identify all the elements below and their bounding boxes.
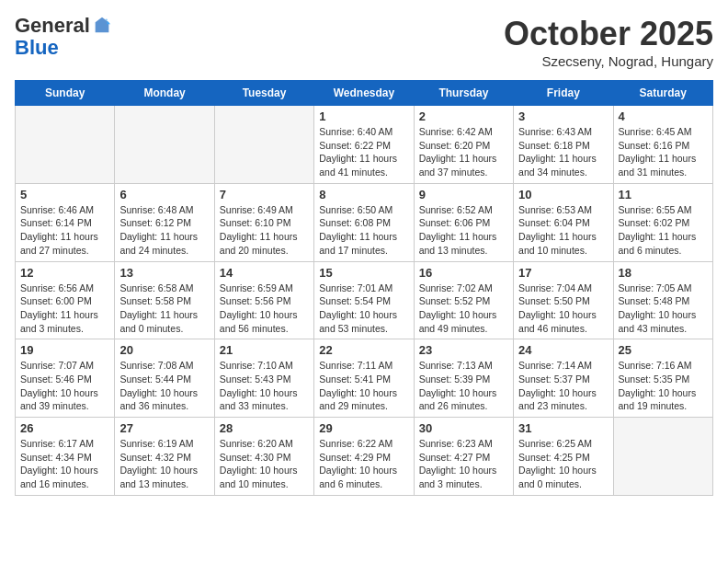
logo-blue-text: Blue (15, 37, 112, 59)
day-info: Sunrise: 6:58 AM Sunset: 5:58 PM Dayligh… (119, 282, 209, 336)
day-number: 15 (319, 266, 408, 280)
calendar-title: October 2025 (504, 15, 713, 53)
calendar-cell: 12Sunrise: 6:56 AM Sunset: 6:00 PM Dayli… (16, 261, 115, 339)
day-number: 25 (619, 343, 708, 357)
calendar-cell: 5Sunrise: 6:46 AM Sunset: 6:14 PM Daylig… (16, 183, 115, 261)
calendar-cell: 25Sunrise: 7:16 AM Sunset: 5:35 PM Dayli… (613, 339, 712, 418)
day-info: Sunrise: 7:13 AM Sunset: 5:39 PM Dayligh… (419, 359, 508, 413)
day-info: Sunrise: 6:23 AM Sunset: 4:27 PM Dayligh… (419, 437, 508, 491)
calendar-cell: 27Sunrise: 6:19 AM Sunset: 4:32 PM Dayli… (115, 418, 214, 496)
calendar-cell: 18Sunrise: 7:05 AM Sunset: 5:48 PM Dayli… (613, 261, 712, 339)
calendar-cell: 14Sunrise: 6:59 AM Sunset: 5:56 PM Dayli… (214, 261, 313, 339)
weekday-header-thursday: Thursday (414, 81, 513, 106)
calendar-cell: 21Sunrise: 7:10 AM Sunset: 5:43 PM Dayli… (214, 339, 313, 418)
day-info: Sunrise: 6:49 AM Sunset: 6:10 PM Dayligh… (220, 203, 309, 258)
day-info: Sunrise: 6:42 AM Sunset: 6:20 PM Dayligh… (419, 125, 508, 179)
day-info: Sunrise: 7:08 AM Sunset: 5:44 PM Dayligh… (119, 359, 209, 413)
day-number: 16 (419, 266, 508, 280)
day-number: 6 (119, 188, 209, 201)
weekday-header-saturday: Saturday (613, 81, 712, 106)
calendar-cell: 20Sunrise: 7:08 AM Sunset: 5:44 PM Dayli… (115, 339, 214, 418)
calendar-cell (613, 418, 712, 496)
day-number: 2 (419, 109, 508, 123)
calendar-cell: 28Sunrise: 6:20 AM Sunset: 4:30 PM Dayli… (214, 418, 313, 496)
calendar-cell: 15Sunrise: 7:01 AM Sunset: 5:54 PM Dayli… (314, 261, 414, 339)
day-number: 1 (319, 109, 408, 123)
calendar-cell: 29Sunrise: 6:22 AM Sunset: 4:29 PM Dayli… (314, 418, 414, 496)
weekday-header-wednesday: Wednesday (314, 81, 414, 106)
day-info: Sunrise: 6:59 AM Sunset: 5:56 PM Dayligh… (220, 282, 309, 336)
day-info: Sunrise: 6:48 AM Sunset: 6:12 PM Dayligh… (119, 203, 209, 258)
day-info: Sunrise: 6:46 AM Sunset: 6:14 PM Dayligh… (20, 203, 109, 258)
day-info: Sunrise: 7:02 AM Sunset: 5:52 PM Dayligh… (419, 282, 508, 336)
day-info: Sunrise: 7:11 AM Sunset: 5:41 PM Dayligh… (319, 359, 408, 413)
calendar-cell (115, 106, 214, 184)
day-number: 5 (20, 188, 109, 201)
day-info: Sunrise: 6:50 AM Sunset: 6:08 PM Dayligh… (319, 203, 408, 258)
calendar-cell: 4Sunrise: 6:45 AM Sunset: 6:16 PM Daylig… (613, 106, 712, 184)
day-info: Sunrise: 7:04 AM Sunset: 5:50 PM Dayligh… (518, 282, 608, 336)
calendar-cell: 9Sunrise: 6:52 AM Sunset: 6:06 PM Daylig… (414, 183, 513, 261)
day-info: Sunrise: 7:14 AM Sunset: 5:37 PM Dayligh… (518, 359, 608, 413)
day-info: Sunrise: 6:20 AM Sunset: 4:30 PM Dayligh… (220, 437, 309, 491)
calendar-week-5: 26Sunrise: 6:17 AM Sunset: 4:34 PM Dayli… (16, 418, 713, 496)
day-info: Sunrise: 6:43 AM Sunset: 6:18 PM Dayligh… (518, 125, 608, 179)
day-number: 28 (220, 421, 309, 435)
page-header: General Blue October 2025 Szecseny, Nogr… (15, 15, 713, 69)
calendar-cell: 3Sunrise: 6:43 AM Sunset: 6:18 PM Daylig… (514, 106, 613, 184)
day-info: Sunrise: 7:05 AM Sunset: 5:48 PM Dayligh… (619, 282, 708, 336)
day-number: 7 (220, 188, 309, 201)
calendar-cell: 10Sunrise: 6:53 AM Sunset: 6:04 PM Dayli… (514, 183, 613, 261)
day-number: 21 (220, 343, 309, 357)
title-area: October 2025 Szecseny, Nograd, Hungary (504, 15, 713, 69)
calendar-cell: 11Sunrise: 6:55 AM Sunset: 6:02 PM Dayli… (613, 183, 712, 261)
day-info: Sunrise: 6:22 AM Sunset: 4:29 PM Dayligh… (319, 437, 408, 491)
day-number: 4 (619, 109, 708, 123)
day-number: 24 (518, 343, 608, 357)
calendar-week-2: 5Sunrise: 6:46 AM Sunset: 6:14 PM Daylig… (16, 183, 713, 261)
day-number: 23 (419, 343, 508, 357)
day-info: Sunrise: 6:40 AM Sunset: 6:22 PM Dayligh… (319, 125, 408, 179)
calendar-week-4: 19Sunrise: 7:07 AM Sunset: 5:46 PM Dayli… (16, 339, 713, 418)
day-number: 19 (20, 343, 109, 357)
day-number: 22 (319, 343, 408, 357)
day-info: Sunrise: 6:52 AM Sunset: 6:06 PM Dayligh… (419, 203, 508, 258)
day-info: Sunrise: 6:25 AM Sunset: 4:25 PM Dayligh… (518, 437, 608, 491)
day-number: 29 (319, 421, 408, 435)
calendar-week-1: 1Sunrise: 6:40 AM Sunset: 6:22 PM Daylig… (16, 106, 713, 184)
weekday-header-row: SundayMondayTuesdayWednesdayThursdayFrid… (16, 81, 713, 106)
day-number: 18 (619, 266, 708, 280)
day-info: Sunrise: 7:01 AM Sunset: 5:54 PM Dayligh… (319, 282, 408, 336)
calendar-cell: 22Sunrise: 7:11 AM Sunset: 5:41 PM Dayli… (314, 339, 414, 418)
day-number: 17 (518, 266, 608, 280)
calendar-cell (214, 106, 313, 184)
day-info: Sunrise: 6:19 AM Sunset: 4:32 PM Dayligh… (119, 437, 209, 491)
day-number: 26 (20, 421, 109, 435)
day-info: Sunrise: 6:56 AM Sunset: 6:00 PM Dayligh… (20, 282, 109, 336)
calendar-cell: 17Sunrise: 7:04 AM Sunset: 5:50 PM Dayli… (514, 261, 613, 339)
weekday-header-monday: Monday (115, 81, 214, 106)
calendar-cell: 24Sunrise: 7:14 AM Sunset: 5:37 PM Dayli… (514, 339, 613, 418)
calendar-cell: 19Sunrise: 7:07 AM Sunset: 5:46 PM Dayli… (16, 339, 115, 418)
day-info: Sunrise: 6:17 AM Sunset: 4:34 PM Dayligh… (20, 437, 109, 491)
day-number: 31 (518, 421, 608, 435)
day-number: 12 (20, 266, 109, 280)
logo-icon (92, 16, 112, 36)
calendar-cell: 1Sunrise: 6:40 AM Sunset: 6:22 PM Daylig… (314, 106, 414, 184)
day-info: Sunrise: 6:45 AM Sunset: 6:16 PM Dayligh… (619, 125, 708, 179)
calendar-cell: 7Sunrise: 6:49 AM Sunset: 6:10 PM Daylig… (214, 183, 313, 261)
day-number: 9 (419, 188, 508, 201)
day-number: 11 (619, 188, 708, 201)
calendar-cell (16, 106, 115, 184)
calendar-week-3: 12Sunrise: 6:56 AM Sunset: 6:00 PM Dayli… (16, 261, 713, 339)
weekday-header-friday: Friday (514, 81, 613, 106)
day-number: 27 (119, 421, 209, 435)
logo-general-text: General (15, 15, 90, 37)
day-info: Sunrise: 7:10 AM Sunset: 5:43 PM Dayligh… (220, 359, 309, 413)
day-number: 13 (119, 266, 209, 280)
calendar-cell: 13Sunrise: 6:58 AM Sunset: 5:58 PM Dayli… (115, 261, 214, 339)
day-info: Sunrise: 7:16 AM Sunset: 5:35 PM Dayligh… (619, 359, 708, 413)
day-number: 10 (518, 188, 608, 201)
day-number: 14 (220, 266, 309, 280)
calendar-cell: 26Sunrise: 6:17 AM Sunset: 4:34 PM Dayli… (16, 418, 115, 496)
